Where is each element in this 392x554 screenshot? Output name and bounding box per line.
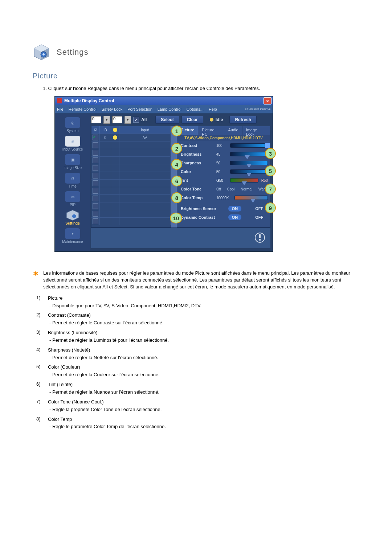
color-value: 50 (216, 170, 227, 174)
colortone-opt[interactable]: Normal (241, 187, 252, 191)
row-input: AV (119, 134, 171, 141)
row-checkbox[interactable]: ✓ (93, 135, 98, 140)
sidebar-label: PIP (70, 203, 75, 207)
window-title: Multiple Display Control (64, 98, 114, 103)
intro-text: Cliquez sur l'icône Réglages dans le men… (48, 86, 260, 91)
dyncontrast-label: Dynamic Contrast (181, 215, 224, 219)
row-checkbox[interactable] (93, 180, 98, 186)
item-desc: - Permet de régler la Couleur sur l'écra… (49, 372, 359, 378)
row-checkbox[interactable] (93, 173, 98, 178)
sidebar-label: Maintenance (62, 240, 83, 244)
marker-4: 4 (171, 159, 182, 170)
menu-safety[interactable]: Safety Lock (102, 107, 122, 111)
sidebar-item-input-source[interactable]: ◉ Input Source (57, 134, 88, 152)
tab-picture-pc[interactable]: Picture PC (198, 126, 224, 135)
dyncontrast-on[interactable]: ON (228, 214, 242, 220)
page-title: Settings (57, 48, 89, 57)
item-desc: - Permet de régler le Contraste sur l'éc… (49, 320, 359, 327)
intro-number: 1. (43, 86, 47, 91)
item-desc: - Disponible que pour TV, AV, S-Video, C… (49, 303, 359, 309)
sidebar-item-settings[interactable]: Settings (57, 208, 88, 226)
close-button[interactable]: × (264, 97, 271, 104)
id-from-input[interactable]: 0 (91, 116, 101, 123)
refresh-button[interactable]: Refresh (229, 116, 257, 124)
row-checkbox[interactable] (93, 188, 98, 194)
sidebar-label: Image Size (64, 166, 82, 170)
row-checkbox[interactable] (93, 150, 98, 156)
marker-10: 10 (170, 213, 182, 223)
system-icon: ◎ (65, 117, 80, 128)
display-grid: ☑ ID Input ✓ 0 AV (91, 126, 171, 227)
dropdown-arrow-icon[interactable]: ▼ (124, 116, 131, 124)
tab-image-lock[interactable]: Image Lock (242, 126, 270, 135)
sidebar-item-maintenance[interactable]: ✦ Maintenance (57, 227, 88, 245)
menu-file[interactable]: File (57, 107, 64, 111)
item-title: Brightness (Luminosité) (48, 329, 98, 336)
menu-options[interactable]: Options... (187, 107, 204, 111)
menu-lamp[interactable]: Lamp Control (158, 107, 181, 111)
item-number: 7) (36, 399, 44, 406)
item-desc: - Permet de régler la Netteté sur l'écra… (49, 354, 359, 361)
sidebar-item-image-size[interactable]: ▣ Image Size (57, 153, 88, 171)
grid-header-check[interactable]: ☑ (91, 126, 100, 134)
source-note: TV,AV,S-Video,Component,HDMI1,HDMI2,DTV (177, 135, 270, 141)
menu-port[interactable]: Port Selection (127, 107, 152, 111)
brightness-slider[interactable] (230, 152, 268, 156)
all-checkbox[interactable]: ✔ (133, 117, 139, 123)
tab-audio[interactable]: Audio (224, 126, 242, 135)
colortone-label: Color Tone (181, 187, 213, 191)
svg-rect-9 (259, 239, 261, 241)
sidebar-item-system[interactable]: ◎ System (57, 116, 88, 134)
app-icon (57, 98, 62, 103)
menu-remote[interactable]: Remote Control (69, 107, 97, 111)
tint-slider[interactable] (230, 178, 258, 182)
select-button[interactable]: Select (155, 116, 179, 124)
note-text: Les informations de bases requises pour … (43, 270, 359, 291)
dropdown-arrow-icon[interactable]: ▼ (103, 116, 110, 124)
status-bar (91, 227, 270, 248)
color-slider[interactable] (230, 169, 268, 174)
colortone-selector[interactable]: Off Cool Normal Warm (216, 187, 268, 191)
colortone-opt[interactable]: Off (216, 187, 221, 191)
brand-label: SAMSUNG DIGITall (245, 108, 270, 111)
row-checkbox[interactable] (93, 165, 98, 171)
grid-header-status (111, 126, 119, 134)
pip-icon: ▭ (65, 191, 80, 202)
toolbar: 0 ▼ 0 ▼ ✔ All Select Clear Idle Refresh (91, 116, 270, 124)
row-checkbox[interactable] (93, 211, 98, 217)
item-desc: - Règle le paramètre Color Temp de l'écr… (49, 423, 359, 430)
menu-help[interactable]: Help (209, 107, 217, 111)
sharpness-value: 50 (216, 161, 227, 165)
row-checkbox[interactable] (93, 218, 98, 224)
colortemp-slider[interactable] (234, 196, 268, 200)
svg-point-4 (42, 53, 45, 56)
row-checkbox[interactable] (93, 142, 98, 148)
row-checkbox[interactable] (93, 203, 98, 209)
contrast-slider[interactable] (230, 143, 268, 148)
sharpness-slider[interactable] (230, 161, 268, 165)
item-number: 8) (36, 416, 44, 423)
item-title: Picture (48, 295, 62, 302)
marker-9: 9 (265, 202, 276, 213)
brightsensor-off[interactable]: OFF (252, 206, 267, 212)
tint-label: Tint (181, 178, 213, 182)
sidebar-item-pip[interactable]: ▭ PIP (57, 190, 88, 208)
id-to-input[interactable]: 0 (112, 116, 122, 123)
star-icon: ✶ (33, 270, 39, 277)
sidebar-item-time[interactable]: ◔ Time (57, 171, 88, 189)
row-checkbox[interactable] (93, 157, 98, 163)
row-checkbox[interactable] (93, 196, 98, 201)
colortone-opt[interactable]: Cool (227, 187, 235, 191)
marker-3: 3 (265, 148, 276, 159)
brightsensor-on[interactable]: ON (228, 206, 242, 212)
clear-button[interactable]: Clear (181, 116, 203, 124)
item-title: Contrast (Contraste) (48, 312, 91, 319)
table-row[interactable]: ✓ 0 AV (91, 134, 171, 141)
params-panel: Picture Picture PC Audio Image Lock TV,A… (177, 126, 270, 227)
item-title: Color Tone (Nuance Coul.) (48, 399, 104, 406)
item-number: 1) (36, 295, 44, 302)
warning-icon (254, 232, 265, 243)
dyncontrast-off[interactable]: OFF (252, 214, 267, 220)
brightness-value: 45 (216, 152, 227, 156)
settings-cube-icon (33, 44, 50, 61)
